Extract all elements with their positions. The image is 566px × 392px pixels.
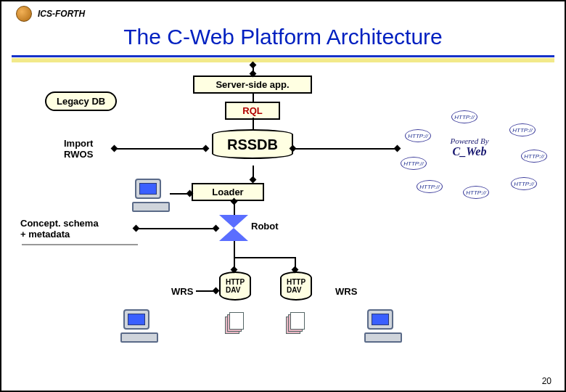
http-satellite-icon: HTTP:// (511, 177, 537, 190)
server-side-app-box: Server-side app. (193, 75, 312, 94)
loader-box: Loader (192, 183, 264, 201)
http-dav-cylinder-1: HTTP DAV (219, 271, 251, 301)
http-satellite-icon: HTTP:// (463, 186, 489, 199)
http-satellite-icon: HTTP:// (521, 150, 547, 163)
http-satellite-icon: HTTP:// (451, 110, 477, 123)
robot-label: Robot (251, 221, 279, 232)
document-stack-icon (286, 312, 305, 334)
page-title: The C-Web Platform Architecture (1, 25, 565, 49)
slide-number: 20 (542, 376, 551, 386)
http-satellite-icon: HTTP:// (401, 157, 427, 170)
http-satellite-icon: HTTP:// (509, 123, 536, 136)
robot-icon (219, 215, 248, 241)
brand-name: ICS-FORTH (38, 9, 85, 19)
computer-icon (120, 309, 158, 343)
computer-icon (364, 309, 402, 343)
cweb-line1: Powered By (430, 136, 509, 145)
http-dav-cylinder-2: HTTP DAV (280, 271, 312, 301)
title-divider (12, 55, 554, 62)
http-satellite-icon: HTTP:// (405, 129, 431, 142)
diagram-canvas: Server-side app. Legacy DB RQL Import RW… (1, 62, 565, 375)
import-rwos-label: Import RWOS (64, 138, 93, 160)
wrs-right-label: WRS (335, 286, 357, 297)
rssdb-label: RSSDB (227, 136, 278, 152)
cweb-line2: C_Web (430, 145, 509, 158)
cweb-logo: Powered By C_Web (430, 136, 509, 158)
concept-schema-label: Concept. schema + metadata (20, 218, 99, 240)
legacy-db-node: Legacy DB (45, 91, 117, 111)
http-satellite-icon: HTTP:// (417, 180, 443, 193)
document-stack-icon (225, 312, 244, 334)
rssdb-cylinder: RSSDB (212, 129, 293, 159)
computer-icon (132, 179, 170, 212)
brand-logo-icon (16, 6, 32, 22)
wrs-left-label: WRS (171, 286, 193, 297)
